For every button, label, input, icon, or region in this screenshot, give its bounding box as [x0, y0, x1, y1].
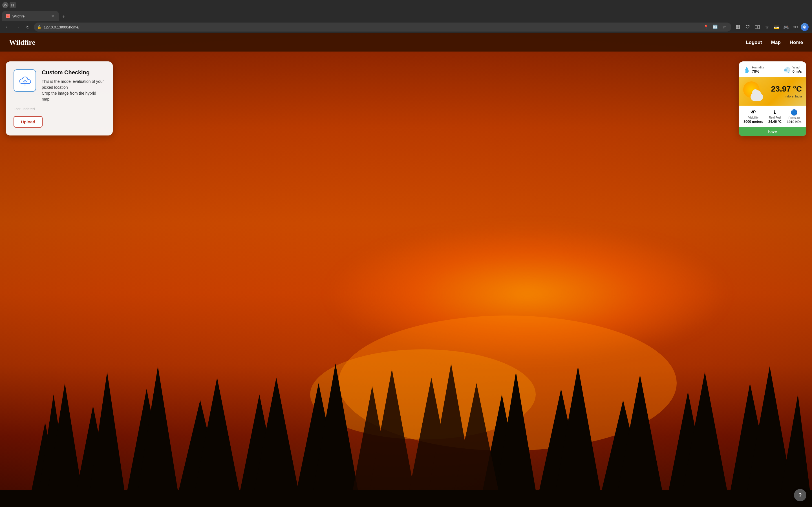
- address-bar-row: ← → ↻ 🔒 127.0.0.1:8000/home/ 📍 🔤 ☆ 🛡: [0, 21, 812, 33]
- tab-favicon: [6, 14, 10, 18]
- wildfire-background: [0, 33, 812, 507]
- weather-temp-location: 23.97 °C Indore, India: [771, 84, 802, 98]
- map-link[interactable]: Map: [771, 40, 781, 45]
- location-display: Indore, India: [771, 95, 802, 98]
- svg-rect-8: [739, 27, 740, 29]
- weather-condition-bar: haze: [739, 127, 806, 136]
- wind-value: 0 m/s: [793, 69, 802, 74]
- visibility-value: 3000 meters: [744, 120, 763, 124]
- svg-rect-55: [0, 490, 812, 507]
- app-container: Wildfire Logout Map Home Custom Checking: [0, 33, 812, 507]
- weather-main: 23.97 °C Indore, India: [739, 77, 806, 106]
- pressure-detail: 🔵 Pressure 1010 hPa: [787, 109, 802, 124]
- back-button[interactable]: ←: [3, 23, 11, 31]
- humidity-label: Humidity: [752, 65, 764, 69]
- svg-rect-1: [11, 4, 12, 5]
- logout-link[interactable]: Logout: [746, 40, 762, 45]
- pressure-icon: 🔵: [791, 109, 798, 116]
- app-navbar: Wildfire Logout Map Home: [0, 33, 812, 52]
- shield-icon[interactable]: 🛡: [743, 22, 752, 32]
- visibility-label: Visibility: [748, 116, 758, 119]
- pressure-label: Pressure: [789, 116, 800, 119]
- read-aloud-icon[interactable]: 🔤: [711, 23, 719, 31]
- extensions-button[interactable]: [733, 22, 743, 32]
- svg-rect-7: [736, 27, 738, 29]
- wind-label: Wind: [793, 65, 802, 69]
- upload-button[interactable]: Upload: [13, 116, 43, 128]
- more-options-button[interactable]: •••: [791, 22, 800, 32]
- weather-bottom-row: 👁 Visibility 3000 meters 🌡 Real Feel 24.…: [739, 106, 806, 127]
- humidity-stat: 💧 Humidity 78%: [743, 65, 764, 74]
- checking-card-title: Custom Checking: [42, 69, 105, 76]
- forward-button[interactable]: →: [13, 23, 21, 31]
- favorites-icon[interactable]: ☆: [720, 23, 728, 31]
- browser-chrome: Wildfire ✕ + ← → ↻ 🔒 127.0.0.1:8000/home…: [0, 0, 812, 33]
- cloud-icon: [751, 93, 763, 101]
- real-feel-value: 24.46 °C: [768, 120, 781, 124]
- browser-profile-icon[interactable]: [2, 2, 8, 8]
- favorites-toolbar-icon[interactable]: ☆: [762, 22, 771, 32]
- tab-title: Wildfire: [12, 14, 48, 18]
- checking-card-text: Custom Checking This is the model evalua…: [42, 69, 105, 102]
- cloud-upload-icon: [18, 73, 32, 88]
- checking-card-header: Custom Checking This is the model evalua…: [13, 69, 105, 102]
- weather-top-row: 💧 Humidity 78% 💨 Wind 0 m/s: [739, 61, 806, 77]
- svg-rect-2: [13, 4, 14, 5]
- svg-rect-9: [755, 25, 757, 29]
- weather-icon-area: [743, 81, 763, 101]
- refresh-button[interactable]: ↻: [24, 23, 32, 31]
- svg-rect-3: [11, 5, 12, 6]
- weather-widget: 💧 Humidity 78% 💨 Wind 0 m/s 23: [739, 61, 806, 136]
- address-bar-url: 127.0.0.1:8000/home/: [44, 25, 700, 29]
- visibility-detail: 👁 Visibility 3000 meters: [744, 109, 763, 124]
- upload-icon-box: [13, 69, 36, 92]
- humidity-icon: 💧: [743, 66, 750, 73]
- real-feel-detail: 🌡 Real Feel 24.46 °C: [768, 109, 781, 124]
- wallet-icon[interactable]: 💳: [772, 22, 781, 32]
- last-updated-label: Last updated: [13, 107, 105, 111]
- browser-extensions-icon[interactable]: [10, 2, 16, 8]
- real-feel-icon: 🌡: [772, 109, 778, 115]
- wind-icon: 💨: [784, 66, 791, 73]
- visibility-icon: 👁: [751, 109, 756, 115]
- svg-rect-5: [736, 25, 738, 27]
- app-nav-links: Logout Map Home: [746, 40, 803, 45]
- tab-close-button[interactable]: ✕: [50, 13, 55, 18]
- security-lock-icon: 🔒: [37, 25, 42, 29]
- help-button[interactable]: ?: [794, 489, 806, 501]
- tab-bar: Wildfire ✕ +: [0, 10, 812, 21]
- tree-silhouettes: [0, 223, 812, 507]
- new-tab-button[interactable]: +: [60, 13, 68, 21]
- split-screen-icon[interactable]: [753, 22, 762, 32]
- game-icon[interactable]: 🎮: [781, 22, 791, 32]
- copilot-button[interactable]: [801, 23, 809, 31]
- svg-rect-4: [13, 5, 14, 6]
- wind-stat: 💨 Wind 0 m/s: [784, 65, 802, 74]
- app-title: Wildfire: [9, 38, 35, 47]
- address-bar[interactable]: 🔒 127.0.0.1:8000/home/ 📍 🔤 ☆: [34, 22, 731, 32]
- location-icon[interactable]: 📍: [702, 23, 710, 31]
- svg-rect-6: [739, 25, 740, 27]
- humidity-value: 78%: [752, 69, 764, 74]
- home-link[interactable]: Home: [790, 40, 803, 45]
- temperature-display: 23.97 °C: [771, 84, 802, 94]
- browser-tab-active[interactable]: Wildfire ✕: [2, 11, 59, 21]
- browser-titlebar: [0, 0, 812, 10]
- svg-rect-10: [758, 25, 760, 29]
- checking-card-desc: This is the model evaluation of your pic…: [42, 78, 105, 102]
- real-feel-label: Real Feel: [769, 116, 781, 119]
- toolbar-right: 🛡 ☆ 💳 🎮 •••: [733, 22, 809, 32]
- pressure-value: 1010 hPa: [787, 120, 802, 124]
- custom-checking-card: Custom Checking This is the model evalua…: [6, 61, 113, 135]
